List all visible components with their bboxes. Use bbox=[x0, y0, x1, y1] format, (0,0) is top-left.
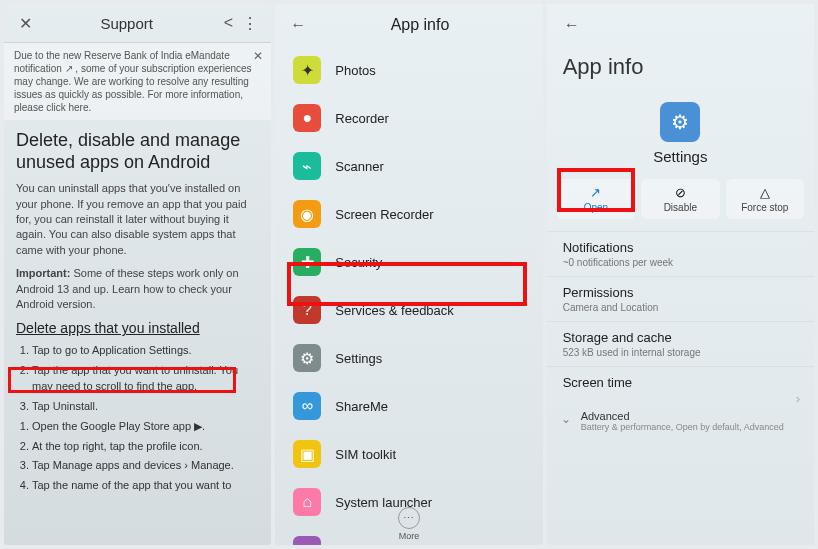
section-notifications[interactable]: Notifications~0 notifications per week bbox=[547, 231, 814, 276]
header: ← App info bbox=[275, 4, 542, 46]
article-intro: You can uninstall apps that you've insta… bbox=[16, 181, 259, 258]
force-stop-label: Force stop bbox=[741, 202, 788, 213]
app-row-sim-toolkit[interactable]: ▣SIM toolkit bbox=[283, 430, 534, 478]
step-item: At the top right, tap the profile icon. bbox=[32, 438, 259, 455]
step-item: Tap Manage apps and devices › Manage. bbox=[32, 457, 259, 474]
app-detail-panel: ← App info ⚙ Settings ↗ Open ⊘ Disable △… bbox=[547, 4, 814, 545]
article-body: Delete, disable and manage unused apps o… bbox=[4, 120, 271, 506]
important-paragraph: Important: Some of these steps work only… bbox=[16, 266, 259, 312]
app-label: Screen Recorder bbox=[335, 207, 433, 222]
advanced-title: Advanced bbox=[581, 410, 784, 422]
notice-banner: Due to the new Reserve Bank of India eMa… bbox=[4, 43, 271, 120]
app-label: Recorder bbox=[335, 111, 388, 126]
section-screen-time[interactable]: Screen time› bbox=[547, 366, 814, 400]
more-button[interactable]: ⋯ More bbox=[275, 507, 542, 541]
more-label: More bbox=[399, 531, 420, 541]
back-icon[interactable]: ← bbox=[287, 14, 309, 36]
close-icon[interactable]: ✕ bbox=[14, 12, 36, 34]
notice-close-icon[interactable]: ✕ bbox=[253, 49, 263, 65]
app-row-photos[interactable]: ✦Photos bbox=[283, 46, 534, 94]
app-list-panel: ← App info ✦Photos●Recorder⌁Scanner◉Scre… bbox=[275, 4, 542, 545]
header: ← bbox=[547, 4, 814, 46]
settings-sections: Notifications~0 notifications per weekPe… bbox=[547, 231, 814, 400]
more-icon: ⋯ bbox=[398, 507, 420, 529]
app-icon-large: ⚙ bbox=[660, 102, 700, 142]
section-subtitle: 523 kB used in internal storage bbox=[563, 347, 798, 358]
app-label: Settings bbox=[335, 351, 382, 366]
notice-text: Due to the new Reserve Bank of India eMa… bbox=[14, 50, 252, 113]
highlight-box-settings bbox=[287, 262, 527, 306]
advanced-row[interactable]: ⌄ Advanced Battery & performance, Open b… bbox=[547, 400, 814, 442]
app-icon: ⚙ bbox=[293, 344, 321, 372]
overflow-menu-icon[interactable]: ⋮ bbox=[239, 12, 261, 34]
app-label: SIM toolkit bbox=[335, 447, 396, 462]
app-icon: ⌁ bbox=[293, 152, 321, 180]
warning-icon: △ bbox=[760, 185, 770, 200]
app-row-shareme[interactable]: ∞ShareMe bbox=[283, 382, 534, 430]
step-item: Tap the name of the app that you want to bbox=[32, 477, 259, 494]
highlight-box-step1 bbox=[8, 367, 236, 393]
section-subtitle: ~0 notifications per week bbox=[563, 257, 798, 268]
app-label: Photos bbox=[335, 63, 375, 78]
article-heading: Delete, disable and manage unused apps o… bbox=[16, 130, 259, 173]
section-title: Storage and cache bbox=[563, 330, 798, 345]
back-icon[interactable]: ← bbox=[561, 14, 583, 36]
app-label: Themes bbox=[335, 543, 382, 546]
page-title: Support bbox=[36, 15, 217, 32]
app-icon: ∞ bbox=[293, 392, 321, 420]
disable-label: Disable bbox=[664, 202, 697, 213]
highlight-box-open bbox=[557, 168, 635, 212]
article-subheading: Delete apps that you installed bbox=[16, 320, 259, 336]
page-title: App info bbox=[309, 16, 530, 34]
app-icon: ◉ bbox=[293, 200, 321, 228]
share-icon[interactable]: < bbox=[217, 12, 239, 34]
support-article-panel: ✕ Support < ⋮ Due to the new Reserve Ban… bbox=[4, 4, 271, 545]
app-icon: ▣ bbox=[293, 440, 321, 468]
chevron-right-icon: › bbox=[796, 392, 800, 406]
app-icon: ✦ bbox=[293, 56, 321, 84]
header: ✕ Support < ⋮ bbox=[4, 4, 271, 43]
step-item: Open the Google Play Store app ▶. bbox=[32, 418, 259, 435]
app-icon: ● bbox=[293, 104, 321, 132]
disable-button[interactable]: ⊘ Disable bbox=[641, 179, 719, 219]
step-item[interactable]: Tap to go to Application Settings. bbox=[32, 342, 259, 359]
app-row-screen-recorder[interactable]: ◉Screen Recorder bbox=[283, 190, 534, 238]
chevron-down-icon: ⌄ bbox=[561, 412, 571, 426]
advanced-subtitle: Battery & performance, Open by default, … bbox=[581, 422, 784, 432]
force-stop-button[interactable]: △ Force stop bbox=[726, 179, 804, 219]
steps-list-b: Open the Google Play Store app ▶. At the… bbox=[16, 418, 259, 493]
app-label: ShareMe bbox=[335, 399, 388, 414]
page-title: App info bbox=[547, 46, 814, 92]
section-subtitle: Camera and Location bbox=[563, 302, 798, 313]
section-title: Screen time bbox=[563, 375, 798, 390]
section-title: Notifications bbox=[563, 240, 798, 255]
app-row-scanner[interactable]: ⌁Scanner bbox=[283, 142, 534, 190]
section-storage-and-cache[interactable]: Storage and cache523 kB used in internal… bbox=[547, 321, 814, 366]
important-label: Important: bbox=[16, 267, 70, 279]
disable-icon: ⊘ bbox=[675, 185, 686, 200]
step-item: Tap Uninstall. bbox=[32, 398, 259, 415]
section-permissions[interactable]: PermissionsCamera and Location bbox=[547, 276, 814, 321]
app-row-settings[interactable]: ⚙Settings bbox=[283, 334, 534, 382]
section-title: Permissions bbox=[563, 285, 798, 300]
app-name-label: Settings bbox=[547, 148, 814, 165]
app-label: Scanner bbox=[335, 159, 383, 174]
app-row-recorder[interactable]: ●Recorder bbox=[283, 94, 534, 142]
